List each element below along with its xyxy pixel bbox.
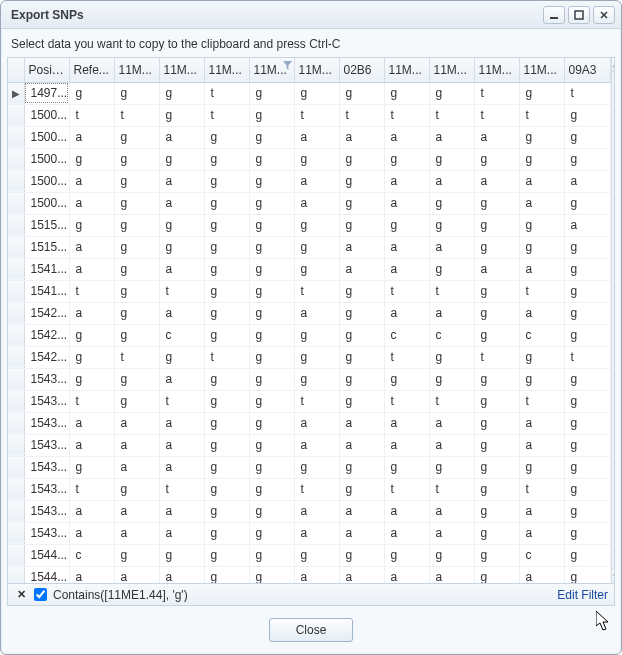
column-header[interactable]: Refe...	[69, 58, 114, 82]
cell[interactable]: a	[294, 170, 339, 192]
cell[interactable]: g	[69, 368, 114, 390]
cell[interactable]: g	[294, 258, 339, 280]
cell[interactable]: a	[69, 126, 114, 148]
cell[interactable]: g	[474, 236, 519, 258]
table-row[interactable]: 1541...tgtggtgttgtg	[8, 280, 610, 302]
cell[interactable]: g	[204, 236, 249, 258]
cell[interactable]: g	[249, 82, 294, 104]
table-row[interactable]: 1543...ggaggggggggg	[8, 368, 610, 390]
table-row[interactable]: 1544...cgggggggggcg	[8, 544, 610, 566]
cell[interactable]: 1500...	[24, 126, 69, 148]
cell[interactable]: g	[249, 126, 294, 148]
cell[interactable]: g	[339, 346, 384, 368]
scroll-thumb[interactable]	[614, 74, 615, 164]
cell[interactable]: g	[474, 302, 519, 324]
cell[interactable]: g	[339, 390, 384, 412]
cell[interactable]: g	[204, 126, 249, 148]
cell[interactable]: a	[474, 170, 519, 192]
cell[interactable]: g	[204, 522, 249, 544]
cell[interactable]: g	[564, 390, 610, 412]
cell[interactable]: a	[519, 522, 564, 544]
cell[interactable]: a	[384, 126, 429, 148]
cell[interactable]: g	[249, 236, 294, 258]
cell[interactable]: a	[294, 412, 339, 434]
cell[interactable]: g	[294, 236, 339, 258]
cell[interactable]: a	[159, 412, 204, 434]
cell[interactable]: a	[519, 566, 564, 583]
cell[interactable]: g	[429, 544, 474, 566]
cell[interactable]: g	[204, 544, 249, 566]
cell[interactable]: g	[474, 434, 519, 456]
cell[interactable]: g	[429, 258, 474, 280]
cell[interactable]: g	[384, 82, 429, 104]
cell[interactable]: 1500...	[24, 170, 69, 192]
cell[interactable]: g	[114, 302, 159, 324]
cell[interactable]: g	[474, 522, 519, 544]
cell[interactable]: g	[564, 368, 610, 390]
cell[interactable]: g	[564, 126, 610, 148]
table-row[interactable]: ▶1497...gggtgggggtgt	[8, 82, 610, 104]
cell[interactable]: a	[339, 412, 384, 434]
cell[interactable]: 1543...	[24, 500, 69, 522]
cell[interactable]: g	[204, 324, 249, 346]
close-window-button[interactable]	[593, 6, 615, 24]
cell[interactable]: g	[69, 456, 114, 478]
cell[interactable]: g	[339, 170, 384, 192]
table-row[interactable]: 1542...ggcggggccgcg	[8, 324, 610, 346]
cell[interactable]: g	[429, 148, 474, 170]
cell[interactable]: t	[159, 390, 204, 412]
cell[interactable]: t	[519, 280, 564, 302]
cell[interactable]: a	[69, 522, 114, 544]
cell[interactable]: t	[69, 104, 114, 126]
cell[interactable]: g	[114, 236, 159, 258]
cell[interactable]: a	[429, 434, 474, 456]
cell[interactable]: g	[339, 544, 384, 566]
cell[interactable]: a	[384, 500, 429, 522]
cell[interactable]: a	[339, 500, 384, 522]
cell[interactable]: g	[69, 82, 114, 104]
cell[interactable]: t	[384, 280, 429, 302]
cell[interactable]: g	[159, 104, 204, 126]
cell[interactable]: g	[474, 280, 519, 302]
cell[interactable]: t	[429, 478, 474, 500]
cell[interactable]: 1541...	[24, 258, 69, 280]
cell[interactable]: g	[249, 522, 294, 544]
cell[interactable]: g	[114, 544, 159, 566]
cell[interactable]: g	[474, 368, 519, 390]
cell[interactable]: a	[429, 236, 474, 258]
cell[interactable]: g	[114, 126, 159, 148]
cell[interactable]: 1543...	[24, 434, 69, 456]
column-header[interactable]: 09A3	[564, 58, 610, 82]
vertical-scrollbar[interactable]: ▲ ▼	[611, 58, 615, 583]
cell[interactable]: a	[114, 412, 159, 434]
cell[interactable]: g	[564, 522, 610, 544]
cell[interactable]: g	[204, 500, 249, 522]
cell[interactable]: g	[204, 214, 249, 236]
snp-table[interactable]: Posit...Refe...11M...11M...11M...11M...1…	[8, 58, 611, 583]
cell[interactable]: g	[114, 258, 159, 280]
cell[interactable]: a	[159, 500, 204, 522]
cell[interactable]: a	[294, 566, 339, 583]
table-row[interactable]: 1500...agaggagaaaaa	[8, 170, 610, 192]
cell[interactable]: 1500...	[24, 104, 69, 126]
cell[interactable]: g	[294, 82, 339, 104]
cell[interactable]: a	[69, 302, 114, 324]
cell[interactable]: t	[204, 104, 249, 126]
cell[interactable]: c	[69, 544, 114, 566]
cell[interactable]: g	[339, 368, 384, 390]
cell[interactable]: t	[114, 104, 159, 126]
cell[interactable]: g	[474, 412, 519, 434]
cell[interactable]: g	[249, 544, 294, 566]
column-header[interactable]: 11M...	[114, 58, 159, 82]
cell[interactable]: t	[519, 478, 564, 500]
cell[interactable]: g	[249, 148, 294, 170]
cell[interactable]: a	[384, 236, 429, 258]
cell[interactable]: g	[294, 214, 339, 236]
table-row[interactable]: 1500...ttgtgttttttg	[8, 104, 610, 126]
cell[interactable]: g	[114, 324, 159, 346]
cell[interactable]: t	[339, 104, 384, 126]
cell[interactable]: g	[564, 566, 610, 583]
cell[interactable]: g	[249, 258, 294, 280]
cell[interactable]: 1500...	[24, 148, 69, 170]
cell[interactable]: a	[159, 368, 204, 390]
